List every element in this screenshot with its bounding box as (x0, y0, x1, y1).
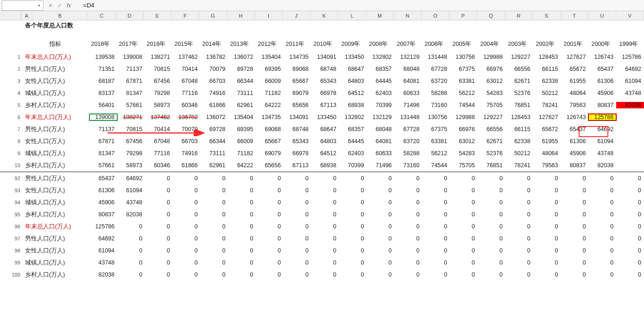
data-cell[interactable]: 0 (117, 223, 145, 230)
data-cell[interactable]: 129988 (450, 114, 478, 120)
data-cell[interactable]: 0 (422, 259, 450, 266)
col-header-L[interactable]: L (338, 11, 366, 20)
data-cell[interactable]: 0 (228, 235, 256, 242)
data-cell[interactable]: 68357 (339, 126, 367, 132)
data-cell[interactable]: 64803 (311, 138, 339, 145)
data-cell[interactable]: 0 (450, 223, 478, 230)
data-cell[interactable]: 0 (228, 271, 256, 278)
data-cell[interactable]: 68748 (311, 66, 339, 72)
data-cell[interactable]: 61094 (117, 187, 145, 194)
data-cell[interactable]: 64692 (117, 175, 145, 182)
data-cell[interactable]: 58288 (395, 150, 423, 157)
data-cell[interactable]: 63381 (450, 78, 478, 84)
data-cell[interactable]: 0 (117, 259, 145, 266)
data-cell[interactable]: 0 (616, 235, 644, 242)
data-cell[interactable]: 67871 (89, 138, 117, 145)
data-cell[interactable]: 130756 (422, 114, 450, 120)
data-cell[interactable]: 0 (616, 247, 644, 254)
data-cell[interactable]: 0 (533, 235, 561, 242)
data-cell[interactable]: 66976 (478, 66, 505, 72)
data-cell[interactable]: 0 (395, 235, 423, 242)
data-cell[interactable]: 0 (201, 175, 228, 182)
data-cell[interactable]: 61306 (89, 187, 117, 194)
data-cell[interactable]: 132129 (395, 54, 423, 60)
data-cell[interactable]: 0 (339, 235, 367, 242)
data-cell[interactable]: 0 (201, 199, 228, 206)
data-cell[interactable]: 0 (478, 199, 505, 206)
data-cell[interactable]: 0 (533, 223, 561, 230)
data-cell[interactable]: 50212 (505, 150, 533, 157)
col-header-T[interactable]: T (561, 11, 588, 20)
data-cell[interactable]: 0 (450, 199, 478, 206)
data-cell[interactable]: 60346 (173, 102, 201, 108)
data-cell[interactable]: 64445 (367, 78, 395, 84)
col-header-H[interactable]: H (227, 11, 255, 20)
row-number[interactable]: 97 (0, 236, 23, 241)
data-cell[interactable]: 0 (450, 271, 478, 278)
row-number[interactable]: 9 (0, 151, 23, 156)
data-cell[interactable]: 63012 (478, 78, 505, 84)
data-cell[interactable]: 0 (173, 175, 201, 182)
data-cell[interactable]: 50212 (533, 90, 561, 96)
row-number[interactable]: 99 (0, 260, 23, 265)
data-cell[interactable]: 0 (561, 211, 589, 218)
data-cell[interactable]: 133450 (339, 54, 367, 60)
data-cell[interactable]: 0 (173, 187, 201, 194)
fx-label[interactable]: fx (67, 2, 75, 9)
col-header-S[interactable]: S (533, 11, 561, 20)
data-cell[interactable]: 0 (256, 187, 284, 194)
col-header-E[interactable]: E (144, 11, 171, 20)
data-cell[interactable]: 0 (395, 223, 423, 230)
data-cell[interactable]: 0 (588, 223, 616, 230)
data-cell[interactable]: 56212 (450, 90, 478, 96)
data-cell[interactable]: 71182 (228, 150, 256, 157)
data-cell[interactable]: 0 (505, 211, 533, 218)
data-cell[interactable]: 0 (201, 247, 228, 254)
data-cell[interactable]: 0 (228, 199, 256, 206)
data-cell[interactable]: 0 (478, 259, 505, 266)
data-cell[interactable]: 79298 (145, 90, 173, 96)
data-cell[interactable]: 64445 (339, 138, 367, 145)
col-header-U[interactable]: U (588, 11, 616, 20)
data-cell[interactable]: 134735 (256, 114, 284, 120)
data-cell[interactable]: 0 (201, 271, 228, 278)
data-cell[interactable]: 66115 (533, 66, 561, 72)
data-cell[interactable]: 67113 (284, 162, 311, 169)
data-cell[interactable]: 70079 (201, 66, 228, 72)
data-cell[interactable]: 0 (145, 247, 173, 254)
data-cell[interactable]: 0 (201, 187, 228, 194)
data-cell[interactable]: 0 (588, 235, 616, 242)
row-number[interactable]: 8 (0, 138, 23, 144)
row-number[interactable]: 3 (0, 78, 23, 84)
row-number[interactable]: 100 (0, 272, 23, 277)
data-cell[interactable]: 76851 (478, 162, 505, 169)
data-cell[interactable]: 65343 (284, 138, 311, 145)
data-cell[interactable]: 139008 (89, 114, 117, 120)
row-number[interactable]: 4 (0, 90, 23, 96)
data-cell[interactable]: 74916 (201, 90, 228, 96)
col-header-C[interactable]: C (88, 11, 116, 20)
data-cell[interactable]: 0 (561, 259, 589, 266)
data-cell[interactable]: 68938 (339, 102, 367, 108)
data-cell[interactable]: 0 (395, 247, 423, 254)
row-number[interactable]: 95 (0, 212, 23, 217)
data-cell[interactable]: 138271 (117, 114, 145, 120)
data-cell[interactable]: 79563 (561, 102, 589, 108)
data-cell[interactable]: 0 (284, 259, 311, 266)
data-cell[interactable]: 80837 (588, 102, 616, 108)
col-header-P[interactable]: P (449, 11, 477, 20)
data-cell[interactable]: 0 (533, 199, 561, 206)
data-cell[interactable]: 68357 (367, 66, 395, 72)
data-cell[interactable]: 57661 (89, 162, 117, 169)
data-cell[interactable]: 65437 (89, 175, 117, 182)
data-cell[interactable]: 62403 (367, 90, 395, 96)
data-cell[interactable]: 0 (201, 211, 228, 218)
data-cell[interactable]: 71137 (117, 66, 145, 72)
data-cell[interactable]: 0 (284, 247, 311, 254)
data-cell[interactable]: 0 (145, 199, 173, 206)
data-cell[interactable]: 80837 (89, 211, 117, 218)
data-cell[interactable]: 0 (311, 259, 339, 266)
data-cell[interactable]: 62961 (201, 162, 228, 169)
data-cell[interactable]: 0 (311, 175, 339, 182)
data-cell[interactable]: 0 (201, 235, 228, 242)
